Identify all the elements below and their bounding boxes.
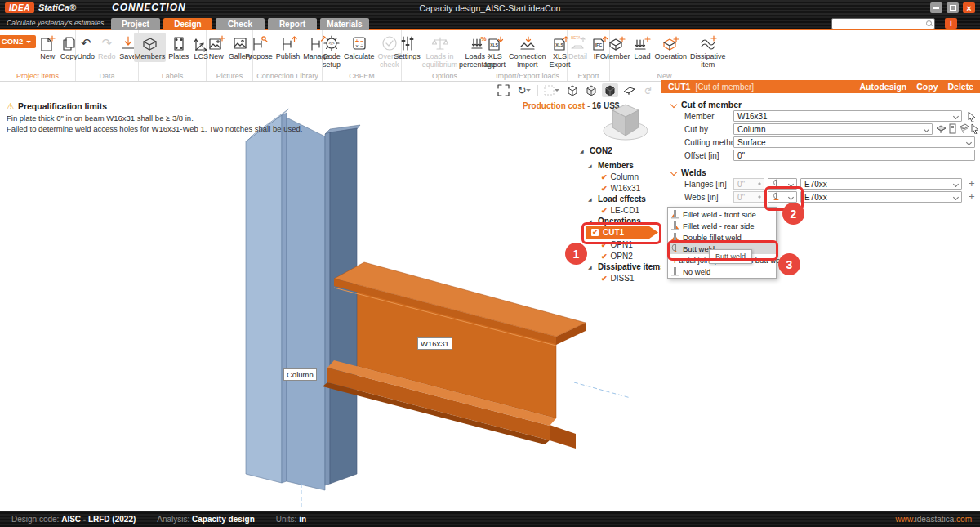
tree-node-members[interactable]: ◢Members [588, 161, 634, 170]
cut-by-select[interactable]: Column [733, 123, 933, 135]
3d-model-column-beam[interactable] [0, 82, 662, 511]
pick-cut-by-cursor-icon[interactable] [970, 123, 980, 134]
connection-import-icon [519, 34, 537, 52]
tree-node-opn1[interactable]: ✔OPN1 [601, 240, 633, 249]
detail-export-button[interactable]: BETA Detail [568, 33, 588, 62]
view-section-button[interactable] [621, 83, 637, 97]
plates-labels-button[interactable]: Plates [167, 33, 189, 62]
code-setup-button[interactable]: </> Code setup [322, 33, 341, 69]
members-labels-button[interactable]: Members [134, 33, 167, 62]
new-operation-button[interactable]: Operation [653, 33, 688, 62]
rotate-view-button[interactable]: ↻ [639, 83, 656, 97]
expander-icon[interactable]: ◢ [588, 218, 595, 224]
section-collapse-icon[interactable] [670, 101, 677, 108]
connection-import-button[interactable]: Connection Import [508, 33, 547, 69]
website-link[interactable]: www.ideastatica.com [896, 515, 972, 524]
new-member-button[interactable]: Member [602, 33, 630, 62]
propose-button[interactable]: Propose [244, 33, 274, 62]
calculate-button[interactable]: +−×÷ Calculate [343, 33, 376, 62]
project-item-selector[interactable]: CON2 [0, 35, 36, 48]
menu-item-double-fillet[interactable]: Double fillet weld [668, 231, 776, 243]
cut-by-label: Cut by [684, 125, 708, 134]
view-shaded-edges-button[interactable] [583, 83, 599, 97]
tree-node-cut1-selected[interactable]: ✔ CUT1 [586, 226, 658, 239]
new-operation-icon [662, 34, 679, 52]
webs-label: Webs [in] [684, 193, 719, 202]
section-collapse-icon[interactable] [670, 169, 677, 176]
tree-node-operations[interactable]: ◢Operations [588, 217, 641, 226]
column-model-label[interactable]: Column [283, 368, 317, 381]
search-input[interactable] [831, 18, 935, 29]
info-button[interactable]: i [945, 18, 957, 29]
close-button[interactable]: × [963, 2, 975, 13]
maximize-button[interactable] [947, 2, 959, 13]
cutting-method-select[interactable]: Surface [733, 136, 975, 148]
new-dissipative-item-button[interactable]: Dissipative item [689, 33, 727, 69]
tab-design[interactable]: Design [163, 18, 212, 30]
member-select[interactable]: W16x31 [733, 110, 962, 122]
tab-project[interactable]: Project [111, 18, 160, 30]
units-label: Units: [276, 515, 297, 524]
checkbox-checked-icon[interactable]: ✔ [591, 229, 599, 236]
autodesign-button[interactable]: Autodesign [859, 82, 906, 92]
navigation-cube[interactable] [601, 96, 650, 147]
chevron-down-icon [26, 41, 31, 46]
view-wireframe-button[interactable] [564, 83, 581, 97]
webs-size-spinner[interactable]: 0" [733, 191, 764, 203]
new-picture-button[interactable]: New [207, 33, 226, 62]
webs-weld-type-select[interactable] [768, 191, 797, 203]
minimize-button[interactable] [930, 2, 942, 13]
spin-down-icon[interactable] [758, 184, 761, 187]
flanges-weld-type-select[interactable] [768, 178, 797, 190]
zoom-fit-button[interactable] [495, 83, 511, 97]
svg-text:IFC: IFC [595, 42, 602, 47]
tree-node-dissipative-items[interactable]: ◢Dissipative items [588, 262, 665, 271]
tree-node-le-cd1[interactable]: ✔LE-CD1 [601, 206, 639, 215]
flanges-size-spinner[interactable]: 0" [733, 178, 764, 190]
add-flanges-weld-button[interactable]: + [969, 178, 975, 190]
publish-button[interactable]: Publish [275, 33, 301, 62]
expander-icon[interactable]: ◢ [588, 196, 595, 202]
settings-button[interactable]: Settings [394, 33, 421, 62]
undo-button[interactable]: ↶ Undo [76, 33, 96, 62]
tree-node-load-effects[interactable]: ◢Load effects [588, 194, 646, 203]
tab-report[interactable]: Report [268, 18, 317, 30]
offset-input[interactable]: 0" [733, 150, 975, 161]
tree-node-con2[interactable]: ◢CON2 [580, 146, 612, 155]
butt-weld-icon [670, 243, 679, 253]
view-solid-button[interactable] [602, 83, 618, 97]
tab-check[interactable]: Check [216, 18, 265, 30]
expander-icon[interactable]: ◢ [588, 264, 595, 270]
webs-electrode-select[interactable]: E70xx [800, 191, 962, 203]
scene-viewport[interactable]: ⚠Prequalification limits Fin plate thick… [0, 82, 662, 511]
cut-by-surface-icon[interactable] [959, 123, 969, 134]
menu-item-fillet-rear[interactable]: Fillet weld - rear side [668, 220, 776, 231]
tab-materials[interactable]: Materials [320, 18, 369, 30]
copy-operation-button[interactable]: Copy [916, 82, 938, 92]
cut-by-plate-icon[interactable] [948, 123, 957, 134]
menu-item-no-weld[interactable]: No weld [668, 266, 776, 277]
delete-operation-button[interactable]: Delete [947, 82, 973, 92]
redo-button[interactable]: ↷ Redo [97, 33, 117, 62]
new-load-button[interactable]: Load [632, 33, 652, 62]
expander-icon[interactable]: ◢ [580, 148, 586, 154]
menu-item-fillet-front[interactable]: Fillet weld - front side [668, 208, 776, 220]
spin-down-icon[interactable] [758, 197, 761, 200]
xls-import-button[interactable]: XLS XLS Import [483, 33, 506, 69]
tree-node-column[interactable]: ✔Column [601, 172, 639, 181]
pick-member-cursor-icon[interactable] [967, 111, 977, 122]
expander-icon[interactable]: ◢ [588, 163, 595, 168]
beam-model-label[interactable]: W16x31 [417, 337, 452, 350]
selection-mode-button[interactable] [541, 83, 562, 97]
copy-icon [60, 34, 78, 52]
tree-node-diss1[interactable]: ✔DISS1 [601, 274, 634, 283]
loads-in-equilibrium-button[interactable]: Loads in equilibrium [423, 33, 457, 69]
orbit-button[interactable]: ↻ [514, 83, 535, 97]
tree-node-opn2[interactable]: ✔OPN2 [601, 252, 633, 261]
cut-by-member-icon[interactable] [936, 124, 947, 134]
svg-text:÷: ÷ [360, 43, 363, 49]
new-project-item-button[interactable]: New [38, 33, 57, 62]
flanges-electrode-select[interactable]: E70xx [800, 178, 962, 190]
tree-node-w16x31[interactable]: ✔W16x31 [601, 184, 640, 193]
add-webs-weld-button[interactable]: + [969, 191, 975, 203]
